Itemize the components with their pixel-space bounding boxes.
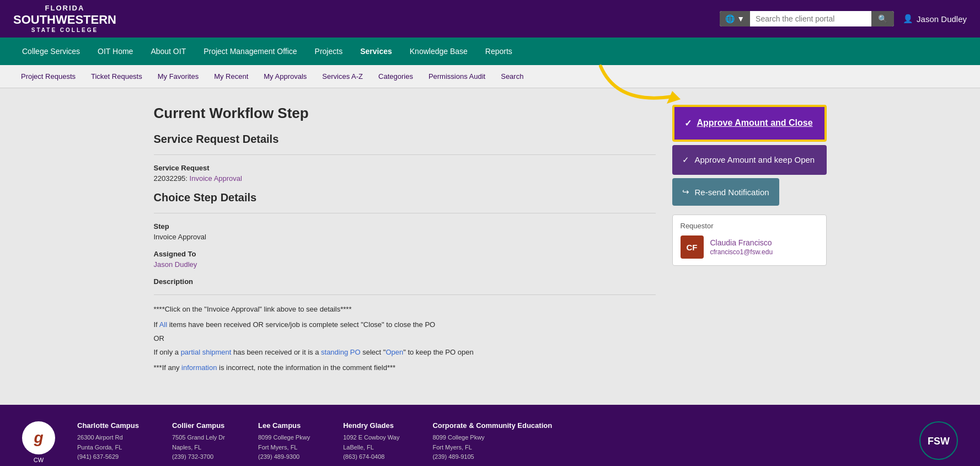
footer-campus-charlotte: Charlotte Campus 26300 Airport Rd Punta … [77,421,139,462]
content-right: ✓ Approve Amount and Close ✓ Approve Amo… [672,105,827,377]
sub-nav: Project Requests Ticket Requests My Favo… [0,65,980,88]
subnav-my-approvals[interactable]: My Approvals [256,67,314,86]
campus-address-lee: 8099 College Pkwy Fort Myers, FL (239) 4… [258,433,310,462]
globe-button[interactable]: 🌐 ▼ [720,11,750,26]
campus-address-charlotte: 26300 Airport Rd Punta Gorda, FL (941) 6… [77,433,139,462]
subnav-permissions-audit[interactable]: Permissions Audit [421,67,493,86]
footer-logo-text: CW [34,457,44,463]
page-title: Current Workflow Step [154,105,656,122]
requestor-details: Claudia Francisco cfrancisco1@fsw.edu [710,238,773,256]
divider-3 [154,294,656,295]
choice-step-section-title: Choice Step Details [154,191,656,204]
assigned-to-value: Jason Dudley [154,260,656,269]
nav-projects[interactable]: Projects [306,39,352,63]
footer-campus-corporate: Corporate & Community Education 8099 Col… [432,421,552,462]
footer-logo: g CW [22,421,55,463]
svg-text:FSW: FSW [928,436,950,447]
campus-name-collier: Collier Campus [172,421,225,430]
search-input[interactable] [750,11,871,26]
desc-line4: ***If any information is incorrect, note… [154,362,656,373]
desc-line3: If only a partial shipment has been rece… [154,347,656,358]
highlight-info: information [181,363,217,372]
footer-campus-lee: Lee Campus 8099 College Pkwy Fort Myers,… [258,421,310,462]
highlight-standing: standing PO [321,348,361,356]
campus-address-collier: 7505 Grand Lely Dr Naples, FL (239) 732-… [172,433,225,462]
resend-notification-button[interactable]: ↪ Re-send Notification [672,178,779,206]
subnav-search[interactable]: Search [493,67,531,86]
nav-reports[interactable]: Reports [476,39,521,63]
nav-pmo[interactable]: Project Management Office [195,39,306,63]
fsw-right-logo: FSW [919,421,958,460]
subnav-ticket-requests[interactable]: Ticket Requests [83,67,150,86]
footer-campus-collier: Collier Campus 7505 Grand Lely Dr Naples… [172,421,225,462]
step-value: Invoice Approval [154,233,656,241]
service-request-section-title: Service Request Details [154,133,656,146]
main-content: Current Workflow Step Service Request De… [132,88,849,394]
approve-open-label: Approve Amount and keep Open [695,155,815,164]
nav-oit-home[interactable]: OIT Home [89,39,142,63]
subnav-project-requests[interactable]: Project Requests [13,67,83,86]
subnav-my-favorites[interactable]: My Favorites [150,67,206,86]
highlight-partial: partial shipment [181,348,232,356]
service-request-label: Service Request [154,164,656,172]
requestor-email: cfrancisco1@fsw.edu [710,248,773,256]
nav-about-oit[interactable]: About OIT [142,39,195,63]
highlight-all: All [159,320,167,329]
approve-close-label: Approve Amount and Close [697,118,813,128]
assigned-to-link[interactable]: Jason Dudley [154,260,197,269]
subnav-my-recent[interactable]: My Recent [206,67,256,86]
user-name: Jason Dudley [917,14,967,24]
footer-inner: g CW Charlotte Campus 26300 Airport Rd P… [22,421,958,463]
assigned-to-label: Assigned To [154,250,656,258]
divider-1 [154,154,656,155]
footer-g-logo: g [22,421,55,454]
campus-address-corporate: 8099 College Pkwy Fort Myers, FL (239) 4… [432,433,552,462]
logo-area: FLORIDA SOUTHWESTERN STATE COLLEGE [13,4,116,34]
requestor-section: Requestor CF Claudia Francisco cfrancisc… [672,215,827,266]
user-area: 👤 Jason Dudley [903,14,967,24]
service-request-value: 22032295: Invoice Approval [154,174,656,183]
footer: g CW Charlotte Campus 26300 Airport Rd P… [0,405,980,466]
campus-name-hendry: Hendry Glades [343,421,399,430]
resend-icon: ↪ [682,187,689,197]
approve-open-button[interactable]: ✓ Approve Amount and keep Open [672,145,827,175]
footer-fsw-logo: FSW [919,421,958,460]
requestor-name-link[interactable]: Claudia Francisco [710,238,773,247]
main-nav: College Services OIT Home About OIT Proj… [0,38,980,65]
resend-label: Re-send Notification [695,188,769,197]
logo: FLORIDA SOUTHWESTERN STATE COLLEGE [13,4,116,34]
footer-campus-hendry: Hendry Glades 1092 E Cowboy Way LaBelle,… [343,421,399,462]
or-text: OR [154,334,656,342]
check-icon-2: ✓ [682,155,689,165]
nav-college-services[interactable]: College Services [13,39,89,63]
desc-line2: If All items have been received OR servi… [154,319,656,330]
search-button[interactable]: 🔍 [871,11,894,26]
invoice-approval-link[interactable]: Invoice Approval [190,174,242,183]
campus-name-corporate: Corporate & Community Education [432,421,552,430]
arrow-annotation [584,61,694,121]
approve-close-button[interactable]: ✓ Approve Amount and Close [672,105,827,142]
campus-address-hendry: 1092 E Cowboy Way LaBelle, FL (863) 674-… [343,433,399,462]
divider-2 [154,213,656,213]
highlight-open: Open [385,348,403,356]
subnav-services-az[interactable]: Services A-Z [314,67,371,86]
content-left: Current Workflow Step Service Request De… [154,105,656,377]
footer-campuses: Charlotte Campus 26300 Airport Rd Punta … [77,421,897,462]
nav-services[interactable]: Services [351,39,401,63]
campus-name-charlotte: Charlotte Campus [77,421,139,430]
requestor-label: Requestor [681,222,818,230]
subnav-categories[interactable]: Categories [371,67,421,86]
requestor-info: CF Claudia Francisco cfrancisco1@fsw.edu [681,235,818,259]
header-right: 🌐 ▼ 🔍 👤 Jason Dudley [720,11,967,26]
description-label: Description [154,277,656,286]
step-label: Step [154,222,656,231]
search-area: 🌐 ▼ 🔍 [720,11,894,26]
top-header: FLORIDA SOUTHWESTERN STATE COLLEGE 🌐 ▼ 🔍… [0,0,980,38]
avatar: CF [681,235,704,259]
campus-name-lee: Lee Campus [258,421,310,430]
desc-line1: ****Click on the "Invoice Approval" link… [154,304,656,315]
nav-knowledge-base[interactable]: Knowledge Base [401,39,476,63]
user-icon: 👤 [903,14,913,24]
